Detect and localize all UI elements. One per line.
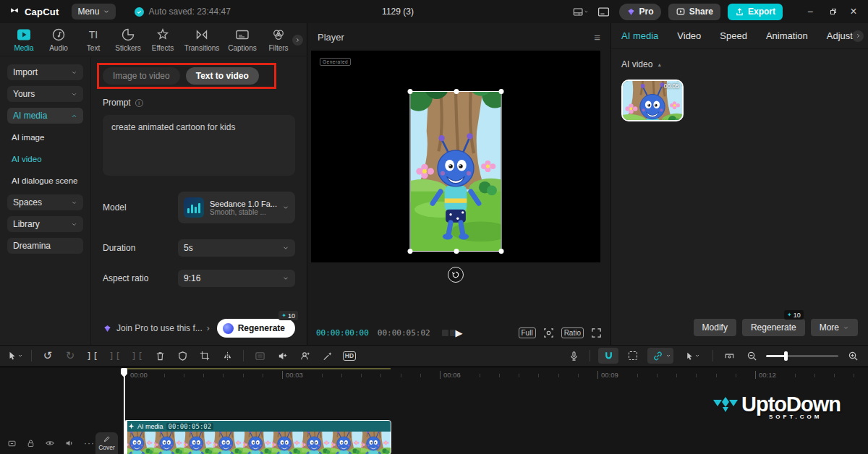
join-pro-link[interactable]: Join Pro to use this f... › [103, 323, 210, 333]
rotate-handle[interactable] [448, 267, 464, 283]
total-timecode: 00:00:05:02 [378, 328, 430, 338]
ruler-label: 00:09 [597, 371, 618, 379]
tab-ai-media[interactable]: AI media [621, 30, 658, 41]
redo-button[interactable]: ↻ [62, 348, 78, 364]
magnetic-snap-button[interactable] [600, 348, 616, 364]
sidebar-item-dreamina[interactable]: Dreamina [7, 238, 83, 254]
cursor-snap-icon [685, 351, 694, 361]
export-button[interactable]: Export [728, 4, 783, 20]
cover-button[interactable]: Cover [95, 432, 118, 454]
timeline-clip[interactable]: AI media 00:00:05:02 [124, 421, 391, 454]
playhead-line[interactable] [124, 368, 125, 454]
info-icon[interactable]: i [135, 99, 143, 107]
ai-video-section-header[interactable]: AI video ▲ [621, 59, 858, 69]
modify-button[interactable]: Modify [694, 319, 736, 336]
share-button[interactable]: Share [668, 4, 720, 20]
model-select[interactable]: Seedance 1.0 Fa... Smooth, stable ... [178, 192, 295, 223]
frame-fit-icon[interactable] [543, 327, 554, 338]
timeline-zoom-slider[interactable] [766, 355, 838, 357]
tab-adjust[interactable]: Adjust [827, 30, 853, 41]
sidebar-item-library[interactable]: Library [7, 216, 83, 232]
player-menu-icon[interactable]: ≡ [594, 31, 600, 43]
aspect-ratio-select[interactable]: 9:16 [178, 270, 295, 287]
pro-button[interactable]: Pro [619, 4, 661, 20]
ai-video-thumbnail[interactable]: 00:05 [621, 80, 684, 121]
extract-audio-button[interactable] [274, 348, 290, 364]
tabs-overflow-button[interactable] [852, 30, 864, 42]
sidebar-item-ai-image[interactable]: AI image [7, 129, 83, 145]
resize-handle-bl[interactable] [408, 249, 413, 254]
tab-captions[interactable]: Captions [224, 27, 260, 52]
tab-stickers[interactable]: Stickers [111, 27, 145, 52]
layout-toggle-button[interactable] [573, 4, 589, 20]
video-preview[interactable] [410, 91, 502, 252]
track-height-icon[interactable] [7, 439, 17, 448]
more-button[interactable]: More [811, 319, 858, 336]
tab-audio[interactable]: Audio [42, 27, 75, 52]
resize-handle-tl[interactable] [408, 89, 413, 94]
tab-animation[interactable]: Animation [766, 30, 808, 41]
resize-handle-bc[interactable] [454, 249, 459, 254]
smart-edit-button[interactable] [319, 348, 335, 364]
link-clips-button[interactable] [647, 348, 673, 364]
tab-effects[interactable]: Effects [146, 27, 179, 52]
eye-icon[interactable] [45, 438, 55, 448]
preview-axis-button[interactable] [721, 348, 737, 364]
delete-left-button[interactable]: ][ [107, 348, 123, 364]
menu-button[interactable]: Menu [72, 4, 116, 20]
mask-button[interactable] [174, 348, 190, 364]
resize-handle-tc[interactable] [454, 89, 459, 94]
preview-frame-button[interactable] [625, 348, 641, 364]
slider-handle[interactable] [784, 351, 788, 361]
split-button[interactable]: ][ [85, 348, 101, 364]
adjust-button[interactable] [252, 348, 268, 364]
play-button[interactable]: ▶ [456, 327, 463, 338]
timeline-ruler[interactable]: 00:00 00:03 00:06 00:09 00:12 [0, 368, 868, 382]
delete-right-button[interactable]: ][ [129, 348, 145, 364]
regenerate-button[interactable]: Regenerate ✦ 10 [217, 319, 295, 338]
sidebar-item-yours[interactable]: Yours [7, 86, 83, 102]
preview-canvas[interactable]: Generated [311, 51, 600, 262]
delete-button[interactable] [152, 348, 168, 364]
more-options-icon[interactable]: ··· [84, 438, 95, 448]
duration-select[interactable]: 5s [178, 239, 295, 257]
prompt-input[interactable]: create animated cartoon for kids [103, 115, 295, 176]
mirror-button[interactable] [219, 348, 235, 364]
pointer-tool-button[interactable] [7, 348, 23, 364]
compact-layout-button[interactable] [596, 4, 612, 20]
sidebar-item-import[interactable]: Import [7, 64, 83, 80]
resize-handle-br[interactable] [499, 249, 504, 254]
zoom-in-button[interactable] [845, 348, 861, 364]
sidebar-item-ai-dialogue-scene[interactable]: AI dialogue scene [7, 173, 83, 189]
sidebar-item-spaces[interactable]: Spaces [7, 194, 83, 210]
tab-speed[interactable]: Speed [720, 30, 747, 41]
toolbar-overflow-button[interactable] [292, 35, 303, 46]
sidebar-item-ai-media[interactable]: AI media [7, 108, 83, 124]
close-button[interactable]: × [846, 5, 861, 18]
resize-handle-tr[interactable] [499, 89, 504, 94]
player-controls: 00:00:00:00 00:00:05:02 ▶ Full Ratio [307, 320, 610, 345]
tab-media[interactable]: Media [7, 27, 41, 52]
minimize-button[interactable]: − [803, 6, 817, 17]
sidebar-item-ai-video[interactable]: AI video [7, 151, 83, 167]
hd-button[interactable]: HD [341, 348, 357, 364]
full-quality-button[interactable]: Full [519, 327, 536, 338]
tab-filters[interactable]: Filters [262, 27, 295, 52]
lock-icon[interactable] [26, 439, 35, 448]
voiceover-button[interactable] [566, 348, 582, 364]
tab-video[interactable]: Video [677, 30, 701, 41]
ratio-button[interactable]: Ratio [561, 327, 584, 338]
tab-text[interactable]: TI Text [77, 27, 110, 52]
auto-select-button[interactable] [680, 348, 705, 364]
undo-button[interactable]: ↺ [40, 348, 56, 364]
zoom-out-button[interactable] [744, 348, 760, 364]
rotate-icon [451, 270, 460, 279]
add-portrait-button[interactable] [297, 348, 312, 364]
regenerate-button-right[interactable]: Regenerate ✦ 10 [742, 319, 805, 336]
crop-button[interactable] [197, 348, 213, 364]
chevron-down-icon [282, 275, 289, 282]
speaker-icon[interactable] [64, 438, 75, 448]
fullscreen-icon[interactable] [591, 327, 602, 338]
restore-button[interactable] [825, 8, 839, 16]
tab-transitions[interactable]: Transitions [181, 27, 223, 52]
